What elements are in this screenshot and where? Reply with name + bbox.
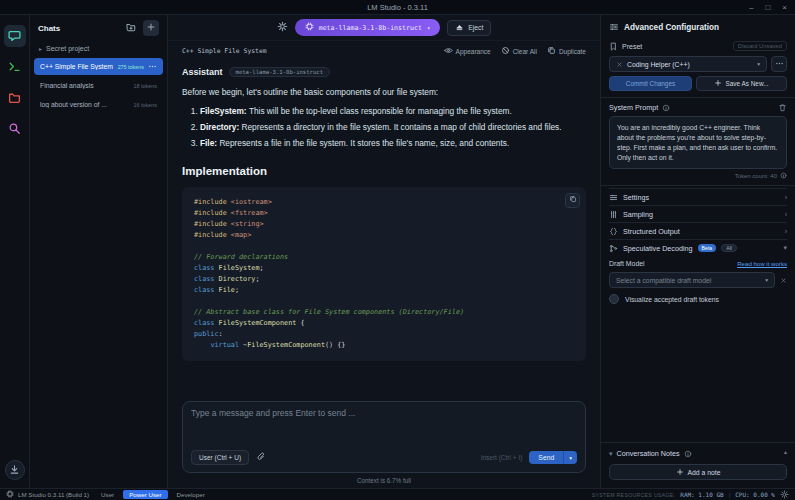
system-prompt-header: System Prompt <box>609 103 787 112</box>
resources-divider: | <box>729 491 731 498</box>
attach-file-button[interactable] <box>256 452 266 464</box>
beta-badge: Beta <box>698 244 717 252</box>
paperclip-icon <box>256 452 266 464</box>
chat-token-badge: 275 tokens <box>118 64 144 70</box>
trash-icon[interactable] <box>778 103 787 112</box>
maximize-button[interactable]: □ <box>765 4 770 12</box>
loaded-model-name: meta-llama-3.1-8b-instruct <box>319 24 422 32</box>
folder-plus-icon <box>126 22 136 34</box>
chevron-down-icon: ▾ <box>427 25 430 31</box>
chat-toolbar: C++ Simple File System Appearance Clear … <box>168 41 600 61</box>
nav-chats-button[interactable] <box>4 25 26 47</box>
eject-model-button[interactable]: Eject <box>447 20 491 36</box>
folder-label: Secret project <box>46 45 89 52</box>
section-structured-output[interactable]: Structured Output › <box>609 222 787 239</box>
chat-title: Financial analysis <box>40 82 130 89</box>
save-as-new-label: Save As New... <box>725 80 768 87</box>
list-item: DirectoryRepresents a directory in the f… <box>200 121 586 134</box>
mixer-icon <box>609 210 618 219</box>
chat-list-item[interactable]: Financial analysis 18 tokens <box>34 77 163 94</box>
settings-gear-icon[interactable] <box>780 490 789 499</box>
new-chat-button[interactable] <box>143 20 159 36</box>
bookmark-icon <box>609 42 618 51</box>
model-settings-button[interactable] <box>277 21 288 34</box>
mode-developer[interactable]: Developer <box>173 490 209 499</box>
advanced-configuration-panel: Advanced Configuration Preset Discard Un… <box>600 15 795 488</box>
preset-menu-button[interactable] <box>771 56 787 72</box>
chevron-down-icon: ▾ <box>757 61 760 67</box>
save-as-new-button[interactable]: Save As New... <box>696 76 787 91</box>
chevron-right-icon: ▸ <box>39 45 42 52</box>
copy-icon <box>569 195 577 207</box>
chat-list-item[interactable]: log about version of ... 16 tokens <box>34 96 163 113</box>
plus-icon <box>676 468 684 477</box>
draft-model-selector[interactable]: Select a compatible draft model ▾ <box>609 272 775 288</box>
close-button[interactable]: × <box>782 4 787 12</box>
all-badge[interactable]: All <box>721 244 737 252</box>
toggle-knob[interactable] <box>609 294 619 304</box>
token-count-row: Token count: 40 <box>609 172 787 179</box>
read-how-it-works-link[interactable]: Read how it works <box>737 260 787 267</box>
folder-icon <box>8 91 21 106</box>
braces-icon <box>609 227 618 236</box>
send-button[interactable]: Send ▾ <box>529 451 577 464</box>
nav-discover-button[interactable] <box>4 118 26 140</box>
info-icon <box>780 172 787 179</box>
system-prompt-input[interactable]: You are an incredibly good C++ engineer.… <box>609 116 787 169</box>
appearance-button[interactable]: Appearance <box>444 46 491 56</box>
mode-user[interactable]: User <box>97 490 118 499</box>
list-term: FileSystem <box>200 106 249 116</box>
chat-list-item[interactable]: C++ Simple File System 275 tokens <box>34 58 163 75</box>
system-resources: SYSTEM RESOURCES USAGE: RAM: 1.10 GB | C… <box>592 490 789 499</box>
section-sampling[interactable]: Sampling › <box>609 205 787 222</box>
user-mode-switcher: User Power User Developer <box>97 490 209 499</box>
chevron-down-icon: ▾ <box>783 244 787 252</box>
code-lines: #include <iostream>#include <fstream>#in… <box>194 197 574 351</box>
nav-developer-button[interactable] <box>4 56 26 78</box>
sidebar-header: Chats <box>30 15 167 41</box>
conversation-notes-header[interactable]: ▾ Conversation Notes ▾ <box>609 449 787 458</box>
loaded-model-selector[interactable]: meta-llama-3.1-8b-instruct ▾ <box>295 19 441 36</box>
user-role-button[interactable]: User (Ctrl + U) <box>191 450 249 465</box>
mode-power-user[interactable]: Power User <box>123 490 167 499</box>
lm-studio-window: LM Studio - 0.3.11 – □ × Chats <box>0 0 795 500</box>
list-term: Directory <box>200 122 242 132</box>
clear-all-button[interactable]: Clear All <box>501 46 537 56</box>
app-version-label: LM Studio 0.3.11 (Build 1) <box>18 491 89 498</box>
minimize-button[interactable]: – <box>749 4 753 12</box>
ram-usage: RAM: 1.10 GB <box>680 491 723 498</box>
chat-token-badge: 16 tokens <box>134 102 157 108</box>
speculative-decoding-body: Draft Model Read how it works Select a c… <box>609 256 787 310</box>
downloads-button[interactable] <box>5 460 25 480</box>
add-note-button[interactable]: Add a note <box>609 464 787 480</box>
message-input[interactable] <box>191 408 577 438</box>
message-scroll-area[interactable]: Assistant meta-llama-3.1-8b-instruct Bef… <box>168 61 600 393</box>
chevron-down-icon: ▾ <box>765 277 768 283</box>
clear-preset-icon[interactable] <box>616 61 623 68</box>
chat-menu-icon[interactable] <box>148 62 157 72</box>
conversation-notes-label: Conversation Notes <box>617 449 680 458</box>
clear-draft-icon[interactable] <box>780 277 787 284</box>
chevron-down-icon: ▾ <box>609 450 613 458</box>
preset-actions: Commit Changes Save As New... <box>609 76 787 91</box>
terminal-icon <box>8 60 21 75</box>
sliders-icon <box>609 22 619 32</box>
panel-spacer <box>609 310 787 442</box>
duplicate-icon <box>547 46 556 56</box>
message-composer[interactable]: User (Ctrl + U) Insert (Ctrl + I) Send ▾ <box>182 401 586 473</box>
section-settings[interactable]: Settings › <box>609 188 787 205</box>
send-options-caret[interactable]: ▾ <box>564 452 577 464</box>
copy-code-button[interactable] <box>565 193 580 208</box>
duplicate-button[interactable]: Duplicate <box>547 46 586 56</box>
chip-icon <box>305 22 314 33</box>
commit-changes-button[interactable]: Commit Changes <box>609 76 692 91</box>
preset-selector[interactable]: Coding Helper (C++) ▾ <box>609 56 767 72</box>
resources-label: SYSTEM RESOURCES USAGE: <box>592 492 676 498</box>
sidebar-folder-secret-project[interactable]: ▸ Secret project <box>30 41 167 56</box>
section-speculative-decoding[interactable]: Speculative Decoding Beta All ▾ <box>609 239 787 256</box>
new-folder-button[interactable] <box>123 20 139 36</box>
system-prompt-label: System Prompt <box>609 103 658 112</box>
discard-unsaved-button[interactable]: Discard Unsaved <box>733 41 787 51</box>
nav-my-models-button[interactable] <box>4 87 26 109</box>
info-icon <box>662 104 670 112</box>
